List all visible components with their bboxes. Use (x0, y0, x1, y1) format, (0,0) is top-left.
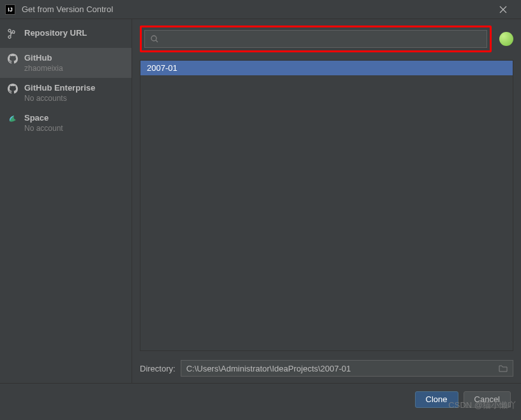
window-title: Get from Version Control (22, 4, 490, 14)
svg-point-0 (151, 36, 156, 41)
search-highlight-annotation (140, 26, 492, 52)
sidebar-item-repository-url[interactable]: Repository URL (0, 19, 132, 48)
branch-icon (8, 29, 18, 39)
avatar[interactable] (499, 32, 513, 46)
search-input[interactable] (163, 34, 481, 44)
directory-value: C:\Users\Administrator\IdeaProjects\2007… (186, 364, 499, 373)
sidebar-item-space[interactable]: Space No account (0, 108, 132, 138)
repo-item[interactable]: 2007-01 (140, 61, 513, 75)
sidebar-item-label: GitHub Enterprise (24, 83, 95, 93)
close-icon (499, 6, 507, 13)
directory-label: Directory: (140, 364, 176, 373)
github-icon (8, 84, 18, 94)
directory-row: Directory: C:\Users\Administrator\IdeaPr… (140, 360, 513, 377)
sidebar: Repository URL GitHub zhaomeixia GitHub … (0, 19, 132, 383)
search-box[interactable] (144, 30, 487, 48)
main-area: Repository URL GitHub zhaomeixia GitHub … (0, 19, 521, 383)
search-icon (150, 34, 159, 43)
repo-list[interactable]: 2007-01 (140, 60, 513, 351)
space-icon (8, 114, 18, 124)
cancel-button[interactable]: Cancel (464, 391, 511, 408)
footer: Clone Cancel CSDN @猫小懒吖 (0, 383, 521, 415)
sidebar-item-label: Space (24, 113, 63, 123)
sidebar-item-github-enterprise[interactable]: GitHub Enterprise No accounts (0, 78, 132, 108)
content-panel: 2007-01 Directory: C:\Users\Administrato… (132, 19, 521, 383)
sidebar-item-github[interactable]: GitHub zhaomeixia (0, 48, 132, 78)
search-row (140, 26, 513, 52)
sidebar-item-sub: No account (24, 124, 63, 133)
titlebar: IJ Get from Version Control (0, 0, 521, 19)
sidebar-item-label: Repository URL (24, 28, 87, 38)
sidebar-item-sub: zhaomeixia (24, 64, 63, 73)
app-icon: IJ (5, 4, 15, 15)
folder-icon[interactable] (499, 364, 508, 372)
sidebar-item-sub: No accounts (24, 94, 95, 103)
close-button[interactable] (490, 0, 516, 19)
clone-button[interactable]: Clone (415, 391, 458, 408)
sidebar-item-label: GitHub (24, 53, 63, 63)
directory-input[interactable]: C:\Users\Administrator\IdeaProjects\2007… (181, 360, 513, 377)
github-icon (8, 54, 18, 64)
